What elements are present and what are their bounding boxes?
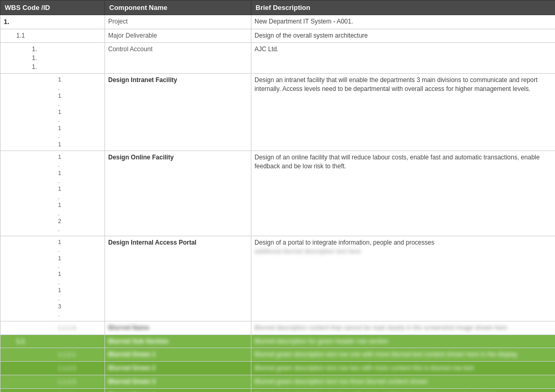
component-cell: Major Deliverable [105, 29, 251, 43]
description-cell: Blurred green description text row three… [251, 375, 556, 388]
description-cell: Blurred description content that cannot … [251, 321, 556, 335]
wbs-cell: 1 . 1 . 1 . 1 . 2 . [1, 151, 105, 236]
description-cell: New Department IT System - A001. [251, 15, 556, 29]
wbs-cell: 1 . 1 . 1 . 1 . 3 . [1, 236, 105, 321]
description-cell: Design of a portal to integrate informat… [251, 236, 556, 321]
table-row: 1.1.1.4. Blurred Name Blurred descriptio… [1, 321, 556, 335]
wbs-cell: 1.1.2.3. [1, 375, 105, 388]
table-row: 1 . 1 . 1 . 1 . 3 . Design Internal Acce… [1, 236, 556, 321]
description-cell: Design of the overall system architectur… [251, 29, 556, 43]
table-row: 1.1 Blurred Sub Section Blurred descript… [1, 335, 556, 348]
component-cell: Blurred Green 2 [105, 362, 251, 375]
description-cell: Blurred description for green header row… [251, 335, 556, 348]
table-row: 1.1 Major Deliverable Design of the over… [1, 29, 556, 43]
component-cell: Control Account [105, 42, 251, 73]
component-cell: Project [105, 15, 251, 29]
table-row: 1. 1. 1. Control Account AJC Ltd. [1, 42, 556, 73]
component-cell: Blurred Green 1 [105, 348, 251, 362]
description-cell: Design an intranet facility that will en… [251, 74, 556, 151]
table-row: 1 . 1 . 1 . 1 . 2 . Design Online Facili… [1, 151, 556, 236]
wbs-table: WBS Code /ID Component Name Brief Descri… [0, 0, 555, 392]
wbs-cell: 1. 1. 1. [1, 42, 105, 73]
header-description: Brief Description [251, 1, 556, 15]
table-row: 1 . 1 . 1 . 1 . 1 Design Intranet Facili… [1, 74, 556, 151]
table-row: 1.1.2.1. Blurred Green 1 Blurred green d… [1, 348, 556, 362]
component-cell: Design Intranet Facility [105, 74, 251, 151]
header-component: Component Name [105, 1, 251, 15]
description-cell: AJC Ltd. [251, 42, 556, 73]
header-wbs: WBS Code /ID [1, 1, 105, 15]
description-cell: Blurred green description row four with … [251, 388, 556, 392]
component-cell: Blurred Sub Section [105, 335, 251, 348]
wbs-cell: 1.1.2.1. [1, 348, 105, 362]
description-cell: Design of an online facility that will r… [251, 151, 556, 236]
wbs-cell: 1.1.2.2. [1, 362, 105, 375]
wbs-table-container: WBS Code /ID Component Name Brief Descri… [0, 0, 555, 392]
wbs-cell: 1 . 1 . 1 . 1 . 1 [1, 74, 105, 151]
wbs-cell: 1. [1, 15, 105, 29]
description-cell: Blurred green description text row two w… [251, 362, 556, 375]
table-row: 1.1.2.4. Blurred Green 4 Blurred green d… [1, 388, 556, 392]
component-cell: Design Online Facility [105, 151, 251, 236]
table-row: 1. Project New Department IT System - A0… [1, 15, 556, 29]
wbs-cell: 1.1.2.4. [1, 388, 105, 392]
table-row: 1.1.2.2. Blurred Green 2 Blurred green d… [1, 362, 556, 375]
wbs-cell: 1.1 [1, 335, 105, 348]
wbs-cell: 1.1 [1, 29, 105, 43]
table-row: 1.1.2.3. Blurred Green 3 Blurred green d… [1, 375, 556, 388]
wbs-cell: 1.1.1.4. [1, 321, 105, 335]
component-cell: Blurred Green 3 [105, 375, 251, 388]
description-cell: Blurred green description text row one w… [251, 348, 556, 362]
component-cell: Blurred Green 4 [105, 388, 251, 392]
component-cell: Design Internal Access Portal [105, 236, 251, 321]
component-cell: Blurred Name [105, 321, 251, 335]
